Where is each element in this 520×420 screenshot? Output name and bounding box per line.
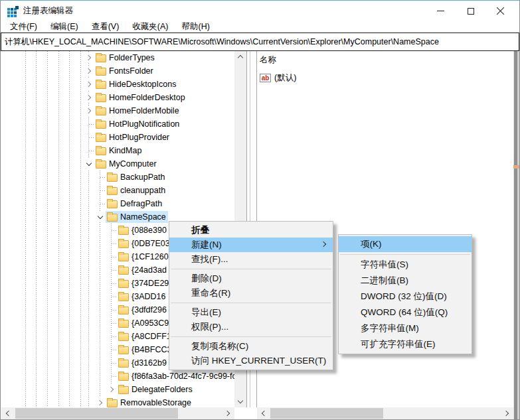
tree-connector (84, 132, 94, 143)
tree-item-label: {1CF1260 (131, 252, 169, 261)
menubar-item[interactable]: 查看(V) (85, 21, 126, 33)
tree-item-DefragPath[interactable]: DefragPath (1, 197, 234, 210)
value-row[interactable]: ab(默认) (260, 72, 511, 84)
tree-item-content[interactable]: cleanuppath (106, 184, 167, 196)
chevron-right-icon[interactable] (84, 66, 94, 76)
tree-item-BackupPath[interactable]: BackupPath (1, 171, 234, 184)
tree-item-content[interactable]: HotPlugProvider (94, 131, 171, 143)
tree-item-content[interactable]: RemovableStorage (106, 397, 193, 407)
tree-item-content[interactable]: {3dfdf296 (117, 304, 169, 316)
submenu-item[interactable]: 二进制值(B) (339, 273, 472, 289)
submenu-arrow-icon (321, 242, 326, 247)
folder-icon (118, 240, 129, 248)
context-menu-item[interactable]: 删除(D) (169, 271, 333, 286)
tree-item-content[interactable]: KindMap (94, 145, 143, 157)
tree-item-content[interactable]: FontsFolder (94, 65, 155, 77)
scroll-right-icon[interactable] (222, 407, 234, 419)
tree-item-cleanuppath[interactable]: cleanuppath (1, 184, 234, 197)
submenu-item[interactable]: 多字符串值(M) (339, 320, 472, 336)
tree-horizontal-scrollbar[interactable] (1, 407, 234, 419)
tree-item-KindMap[interactable]: KindMap (1, 144, 234, 157)
scrollbar-thumb[interactable] (15, 408, 178, 419)
address-input[interactable] (1, 33, 519, 51)
context-menu-item[interactable]: 权限(P)... (169, 320, 333, 334)
minimize-icon (437, 11, 444, 11)
context-menu-item[interactable]: 访问 HKEY_CURRENT_USER(T) (169, 354, 333, 368)
chevron-right-icon[interactable] (106, 384, 117, 395)
tree-item-content[interactable]: HomeFolderDesktop (94, 92, 187, 104)
minimize-button[interactable] (426, 1, 456, 21)
tree-item-HotPlugProvider[interactable]: HotPlugProvider (1, 131, 234, 144)
tree-item-content[interactable]: DelegateFolders (117, 384, 195, 395)
tree-item-FontsFolder[interactable]: FontsFolder (1, 64, 234, 78)
tree-item-content[interactable]: {A8CDFF1 (117, 330, 173, 342)
scroll-right-icon[interactable] (501, 407, 513, 419)
tree-item-{f86fa3ab-70d2-4fc7-9c99-fc[interactable]: {f86fa3ab-70d2-4fc7-9c99-fc (1, 370, 234, 383)
submenu-item[interactable]: 可扩充字符串值(E) (339, 336, 472, 352)
chevron-down-icon[interactable] (95, 212, 106, 222)
chevron-right-icon[interactable] (95, 397, 106, 407)
tree-item-HotPlugNotification[interactable]: HotPlugNotification (1, 117, 234, 131)
close-button[interactable] (485, 1, 515, 21)
tree-item-HomeFolderMobile[interactable]: HomeFolderMobile (1, 104, 234, 117)
tree-item-content[interactable]: {d3162b9 (117, 357, 169, 369)
chevron-right-icon[interactable] (84, 105, 94, 116)
submenu-item[interactable]: 字符串值(S) (339, 257, 472, 273)
tree-item-label: HotPlugProvider (109, 133, 169, 142)
menubar-item[interactable]: 收藏夹(A) (126, 21, 175, 33)
string-value-icon: ab (260, 74, 271, 82)
tree-item-content[interactable]: BackupPath (106, 171, 167, 183)
context-menu-item[interactable]: 重命名(R) (169, 286, 333, 301)
tree-item-content[interactable]: {0DB7E03 (117, 238, 172, 249)
scroll-left-icon[interactable] (258, 407, 269, 419)
tree-item-content[interactable]: {088e390 (117, 224, 169, 236)
tree-item-MyComputer[interactable]: MyComputer (1, 157, 234, 171)
tree-item-content[interactable]: FolderTypes (94, 52, 157, 64)
context-menu-item[interactable]: 导出(E) (169, 305, 333, 320)
submenu-item[interactable]: 项(K) (339, 236, 472, 252)
chevron-right-icon[interactable] (84, 52, 94, 63)
tree-item-content[interactable]: {24ad3ad (117, 264, 169, 276)
tree-item-content[interactable]: {f86fa3ab-70d2-4fc7-9c99-fc (117, 370, 234, 382)
scrollbar-thumb[interactable] (270, 408, 383, 419)
tree-item-DelegateFolders[interactable]: DelegateFolders (1, 383, 234, 396)
maximize-button[interactable] (456, 1, 485, 21)
tree-item-content[interactable]: {3ADD16 (117, 291, 167, 303)
submenu-item[interactable]: QWORD (64 位)值(Q) (339, 305, 472, 320)
context-menu-item[interactable]: 复制项名称(C) (169, 339, 333, 354)
tree-item-RemovableStorage[interactable]: RemovableStorage (1, 396, 234, 407)
tree-item-content[interactable]: {A0953C9 (117, 317, 171, 329)
name-column-header: 名称 (260, 54, 511, 66)
folder-icon (96, 81, 106, 89)
tree-connector (106, 251, 117, 262)
context-menu-item[interactable]: 新建(N) (169, 238, 333, 252)
scroll-down-icon[interactable] (234, 396, 246, 407)
tree-item-content[interactable]: NameSpace (106, 211, 168, 223)
chevron-right-icon[interactable] (84, 79, 94, 90)
window-right-border (513, 51, 520, 419)
tree-item-HideDesktopIcons[interactable]: HideDesktopIcons (1, 78, 234, 91)
menubar-item[interactable]: 编辑(E) (44, 21, 85, 33)
tree-item-content[interactable]: {374DE29 (117, 277, 171, 289)
tree-item-content[interactable]: HideDesktopIcons (94, 78, 178, 90)
menubar-item[interactable]: 文件(F) (3, 21, 44, 33)
tree-connector (84, 145, 94, 156)
context-menu-item[interactable]: 折叠 (169, 223, 333, 238)
tree-item-content[interactable]: {1CF1260 (117, 251, 171, 263)
menubar-item[interactable]: 帮助(H) (175, 21, 216, 33)
tree-item-HomeFolderDesktop[interactable]: HomeFolderDesktop (1, 91, 234, 104)
scroll-left-icon[interactable] (2, 407, 13, 419)
values-horizontal-scrollbar[interactable] (257, 407, 513, 419)
tree-item-content[interactable]: HotPlugNotification (94, 118, 181, 130)
tree-item-content[interactable]: DefragPath (106, 198, 164, 210)
context-menu-item[interactable]: 查找(F)... (169, 252, 333, 267)
tree-item-content[interactable]: MyComputer (94, 158, 159, 170)
chevron-right-icon[interactable] (84, 92, 94, 103)
submenu-item[interactable]: DWORD (32 位)值(D) (339, 289, 472, 305)
scroll-up-icon[interactable] (234, 51, 246, 62)
folder-icon (118, 386, 129, 394)
tree-item-content[interactable]: {B4BFCC3 (117, 344, 173, 356)
chevron-down-icon[interactable] (84, 159, 94, 169)
tree-item-content[interactable]: HomeFolderMobile (94, 105, 181, 117)
tree-item-FolderTypes[interactable]: FolderTypes (1, 51, 234, 64)
